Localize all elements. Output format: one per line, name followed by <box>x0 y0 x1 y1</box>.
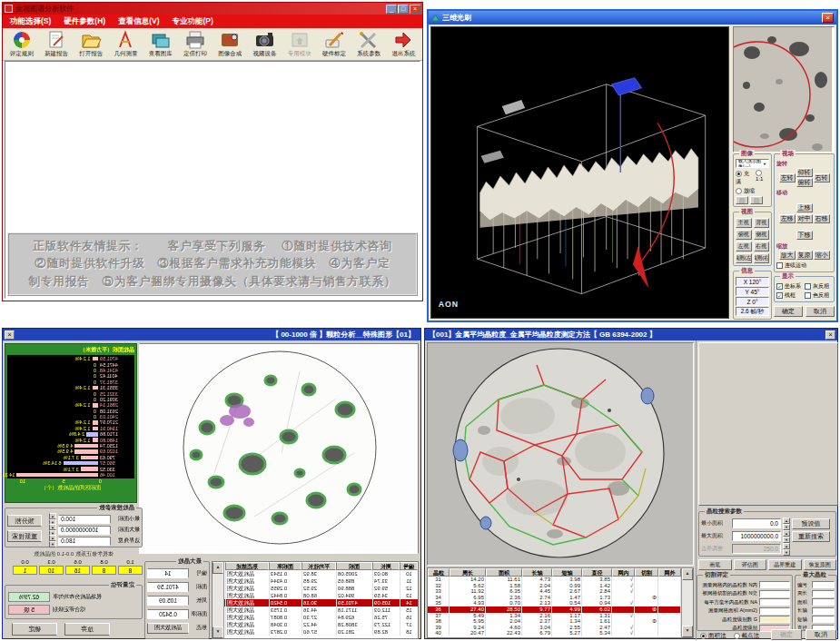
column-header[interactable]: 面积 <box>336 562 372 570</box>
move-left-button[interactable]: 左移 <box>779 214 796 223</box>
surface-3d-canvas[interactable]: AON <box>430 26 729 319</box>
move-up-button[interactable]: 上移 <box>796 203 813 212</box>
restore-image-button[interactable]: 恢复原图 <box>804 559 837 570</box>
menu-item[interactable]: 查看信息(V) <box>118 16 159 27</box>
view-button[interactable]: 主视 <box>736 218 752 228</box>
field-input[interactable]: 180.0 <box>58 537 111 546</box>
table-row[interactable]: 1259.92888.9029.520.2955晶粒放大图 <box>224 585 418 592</box>
toolbar-item[interactable]: 评定规则 <box>8 29 35 58</box>
toolbar-item[interactable]: 视频设备 <box>252 29 278 58</box>
research-button[interactable]: 重新搜索 <box>7 530 42 542</box>
zoom-step-button[interactable]: ▨ <box>750 196 763 204</box>
display-checkbox[interactable]: ✓线框 <box>776 291 804 300</box>
move-right-button[interactable]: 右移 <box>814 214 830 223</box>
display-checkbox[interactable]: 灰反相 <box>805 282 832 291</box>
table-row[interactable]: 346.952.362.741.471.73Φ <box>428 595 681 601</box>
table-row[interactable]: 3311.926.354.452.672.84√ <box>428 588 681 595</box>
zoom-button[interactable]: 缩小 <box>814 251 830 260</box>
field-input[interactable]: 1000000000.0 <box>58 526 111 535</box>
column-header[interactable]: 编号 <box>400 562 418 570</box>
column-header[interactable]: 面积率 <box>269 562 301 570</box>
ok-button[interactable]: 确定 <box>774 306 803 317</box>
table-row[interactable]: 1882.89281.2057.600.2873晶粒放大图 <box>224 628 418 636</box>
view-button[interactable]: 轴测(左) <box>736 253 752 263</box>
toolbar-item[interactable]: 定倍打印 <box>182 29 208 58</box>
view-button[interactable]: 背视 <box>754 218 770 228</box>
column-header[interactable]: 形态描述 <box>225 562 269 570</box>
column-header[interactable]: 长轴 <box>522 568 552 577</box>
column-header[interactable]: 周长 <box>450 568 486 577</box>
view-button[interactable]: 左视 <box>736 242 752 251</box>
toolbar-item[interactable]: 图像合成 <box>217 29 243 58</box>
column-header[interactable]: 网内 <box>612 568 635 577</box>
param-input[interactable]: 0.0 <box>732 518 781 528</box>
spinner[interactable]: ▲▼ <box>783 530 790 543</box>
preview-image[interactable] <box>733 26 835 153</box>
method-radio[interactable]: 面积法 <box>700 632 726 640</box>
table-row[interactable]: 3627.4028.509.774.996.02Φ <box>428 606 681 613</box>
confirm-button[interactable]: 确定 <box>12 623 57 636</box>
ok-button[interactable]: 确定 <box>771 629 802 640</box>
titlebar[interactable]: × 【 00-1000 倍 】颗粒分析__特殊图形【01】 <box>3 329 420 340</box>
table-row[interactable]: 385.952.042.371.341.61Φ <box>428 618 681 625</box>
toolbar-item[interactable]: 几何测量 <box>113 29 139 58</box>
table-scrollbar[interactable]: ▲ ▼ <box>212 562 224 638</box>
column-header[interactable]: 周长 <box>372 562 400 570</box>
view-button[interactable]: 轴测(右) <box>754 253 770 263</box>
column-header[interactable]: 短轴 <box>552 568 582 577</box>
grain-map-image[interactable] <box>427 342 694 566</box>
rotate-down-button[interactable]: 俯转 <box>796 178 813 187</box>
toolbar-item[interactable]: 硬件标定 <box>321 29 347 58</box>
move-down-button[interactable]: 下移 <box>796 231 813 240</box>
close-icon[interactable]: × <box>822 13 834 23</box>
toolbar-item[interactable]: 退出系统 <box>390 29 417 58</box>
image-mode-radio[interactable]: 放缩 <box>736 187 755 195</box>
spinner[interactable]: ▲▼ <box>783 543 790 556</box>
titlebar[interactable]: 【001】金属平均晶粒度_金属平均晶粒度测定方法【 GB 6394-2002 】… <box>425 329 837 340</box>
column-header[interactable]: 直径 <box>582 568 612 577</box>
close-icon[interactable]: × <box>825 330 835 340</box>
menu-item[interactable]: 硬件参数(H) <box>64 16 105 27</box>
rotate-up-button[interactable]: 仰转 <box>796 168 813 177</box>
table-row[interactable]: 1133.74898.6529.850.4344晶粒放大图 <box>224 577 418 585</box>
image-dropdown[interactable]: 载入演示图像(一) ▼ <box>736 159 769 168</box>
rotate-left-button[interactable]: 左转 <box>779 173 796 182</box>
table-scrollbar[interactable]: ▲ ▼ <box>681 568 693 637</box>
micrograph-image[interactable] <box>139 343 419 554</box>
column-header[interactable]: 平均弦长 <box>301 562 336 570</box>
spinner[interactable]: ▲▼ <box>783 518 790 530</box>
table-row[interactable]: 399.244.603.042.552.47√ <box>428 625 681 631</box>
close-icon[interactable]: × <box>5 330 15 340</box>
eval-map-button[interactable]: 评估图 <box>734 559 767 570</box>
spinner[interactable]: ▲▼ <box>49 535 56 547</box>
minimize-button[interactable]: _ <box>386 5 397 14</box>
zoom-step-button[interactable]: ▧ <box>736 196 748 204</box>
toolbar-item[interactable]: 查看图库 <box>147 29 173 58</box>
method-radio[interactable]: 截点法 <box>734 632 760 640</box>
image-mode-radio[interactable]: 1:1 <box>756 170 769 186</box>
view-button[interactable]: 俯视 <box>736 230 752 240</box>
toolbar-item[interactable]: 新建报告 <box>43 29 69 58</box>
zoom-button[interactable]: 复原 <box>796 251 813 260</box>
move-center-button[interactable]: 对中 <box>796 214 813 223</box>
rotate-right-button[interactable]: 右转 <box>814 173 830 182</box>
cancel-button[interactable]: 取消 <box>805 306 835 317</box>
titlebar[interactable]: 金相图谱分析软件 _ □ × <box>3 3 422 15</box>
table-row[interactable]: 14105.094701.5930.160.5420晶粒放大图 <box>224 599 418 606</box>
table-row[interactable]: 354.930.702.130.540.94√ <box>428 600 681 606</box>
cancel-button[interactable]: 取消 <box>805 629 836 640</box>
view-button[interactable]: 右视 <box>754 242 770 251</box>
view-button[interactable]: 侧视 <box>754 230 770 240</box>
menu-item[interactable]: 专业功能(P) <box>173 16 213 27</box>
table-row[interactable]: 325.621.582.040.991.42√ <box>428 583 681 589</box>
continuous-motion-checkbox[interactable]: 连续运动 <box>776 261 832 270</box>
table-row[interactable]: 17122.733808.2844.220.3048晶粒放大图 <box>224 621 418 628</box>
column-header[interactable]: 网外 <box>658 568 681 577</box>
table-row[interactable]: 3114.2011.614.733.983.85√ <box>428 577 681 583</box>
column-header[interactable]: 面积 <box>486 568 522 577</box>
zoom-button[interactable]: 放大 <box>779 251 796 260</box>
research-button[interactable]: 重新搜索 <box>792 531 830 542</box>
table-row[interactable]: 1334.59994.0268.080.8442晶粒放大图 <box>224 592 418 599</box>
menu-item[interactable]: 功能选择(S) <box>10 16 51 27</box>
table-row[interactable]: 1675.26629.8427.300.8087晶粒放大图 <box>224 614 418 621</box>
